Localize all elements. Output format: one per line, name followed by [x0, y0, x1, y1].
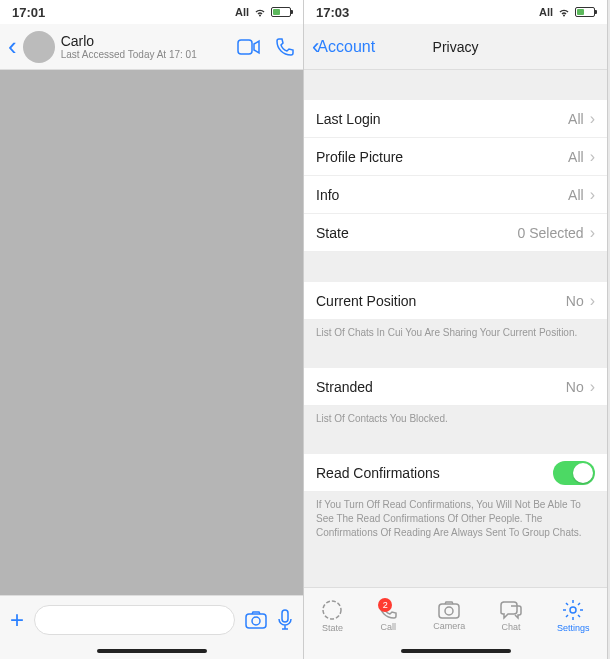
row-value: 0 Selected — [518, 225, 584, 241]
svg-point-4 — [323, 601, 341, 619]
battery-icon — [271, 7, 291, 17]
mic-icon[interactable] — [277, 609, 293, 631]
status-time: 17:01 — [12, 5, 45, 20]
wifi-icon — [253, 7, 267, 17]
tab-label: State — [322, 623, 343, 633]
status-indicators: All — [235, 6, 291, 18]
chat-body[interactable] — [0, 70, 303, 595]
row-stranded[interactable]: Stranded No › — [304, 368, 607, 406]
status-indicators: All — [539, 6, 595, 18]
attach-icon[interactable]: + — [10, 606, 24, 634]
row-description: List Of Contacts You Blocked. — [304, 406, 607, 432]
avatar[interactable] — [23, 31, 55, 63]
tab-bar: State 2 Call Camera Chat Settings — [304, 587, 607, 643]
row-value: All — [568, 187, 584, 203]
row-current-position[interactable]: Current Position No › — [304, 282, 607, 320]
state-icon — [321, 599, 343, 621]
row-state[interactable]: State 0 Selected › — [304, 214, 607, 252]
privacy-settings-screen: 17:03 All ‹ Account Privacy Last Login A… — [304, 0, 608, 659]
chat-icon — [500, 600, 522, 620]
network-label: All — [539, 6, 553, 18]
svg-point-2 — [252, 617, 260, 625]
tab-call[interactable]: 2 Call — [378, 600, 398, 632]
back-icon[interactable]: ‹ — [8, 31, 17, 62]
row-label: State — [316, 225, 518, 241]
chat-header: ‹ Carlo Last Accessed Today At 17: 01 — [0, 24, 303, 70]
row-label: Last Login — [316, 111, 568, 127]
back-button[interactable]: ‹ Account — [312, 34, 375, 60]
row-description: List Of Chats In Cui You Are Sharing You… — [304, 320, 607, 346]
svg-rect-3 — [282, 610, 288, 622]
tab-camera[interactable]: Camera — [433, 601, 465, 631]
row-label: Profile Picture — [316, 149, 568, 165]
row-label: Info — [316, 187, 568, 203]
row-value: All — [568, 149, 584, 165]
camera-icon[interactable] — [245, 611, 267, 629]
chat-status: Last Accessed Today At 17: 01 — [61, 49, 237, 60]
chevron-right-icon: › — [590, 224, 595, 242]
phone-call-icon[interactable] — [275, 37, 295, 57]
tab-settings[interactable]: Settings — [557, 599, 590, 633]
chevron-right-icon: › — [590, 292, 595, 310]
settings-body[interactable]: Last Login All › Profile Picture All › I… — [304, 70, 607, 587]
status-bar: 17:03 All — [304, 0, 607, 24]
chevron-right-icon: › — [590, 148, 595, 166]
settings-header: ‹ Account Privacy — [304, 24, 607, 70]
read-confirmations-toggle[interactable] — [553, 461, 595, 485]
svg-point-7 — [570, 607, 576, 613]
call-badge: 2 — [378, 598, 392, 612]
row-profile-picture[interactable]: Profile Picture All › — [304, 138, 607, 176]
gear-icon — [562, 599, 584, 621]
chat-info[interactable]: Carlo Last Accessed Today At 17: 01 — [61, 33, 237, 60]
battery-icon — [575, 7, 595, 17]
row-read-confirmations: Read Confirmations — [304, 454, 607, 492]
page-title: Privacy — [433, 39, 479, 55]
network-label: All — [235, 6, 249, 18]
tab-chat[interactable]: Chat — [500, 600, 522, 632]
chat-name: Carlo — [61, 33, 237, 49]
chevron-right-icon: › — [590, 110, 595, 128]
row-value: All — [568, 111, 584, 127]
row-label: Stranded — [316, 379, 566, 395]
tab-label: Camera — [433, 621, 465, 631]
video-call-icon[interactable] — [237, 39, 261, 55]
row-info[interactable]: Info All › — [304, 176, 607, 214]
chevron-right-icon: › — [590, 378, 595, 396]
tab-state[interactable]: State — [321, 599, 343, 633]
row-description: If You Turn Off Read Confirmations, You … — [304, 492, 607, 546]
status-time: 17:03 — [316, 5, 349, 20]
home-indicator — [0, 643, 303, 659]
wifi-icon — [557, 7, 571, 17]
chat-input-bar: + — [0, 595, 303, 643]
tab-label: Chat — [502, 622, 521, 632]
row-label: Current Position — [316, 293, 566, 309]
svg-rect-1 — [246, 614, 266, 628]
svg-point-6 — [445, 607, 453, 615]
back-label: Account — [317, 38, 375, 56]
tab-label: Settings — [557, 623, 590, 633]
row-value: No — [566, 293, 584, 309]
tab-label: Call — [381, 622, 397, 632]
row-last-login[interactable]: Last Login All › — [304, 100, 607, 138]
row-label: Read Confirmations — [316, 465, 553, 481]
row-value: No — [566, 379, 584, 395]
svg-rect-0 — [238, 40, 252, 54]
chat-screen: 17:01 All ‹ Carlo Last Accessed Today At… — [0, 0, 304, 659]
chevron-right-icon: › — [590, 186, 595, 204]
message-input[interactable] — [34, 605, 235, 635]
svg-rect-5 — [439, 604, 459, 618]
camera-icon — [438, 601, 460, 619]
status-bar: 17:01 All — [0, 0, 303, 24]
home-indicator — [304, 643, 607, 659]
